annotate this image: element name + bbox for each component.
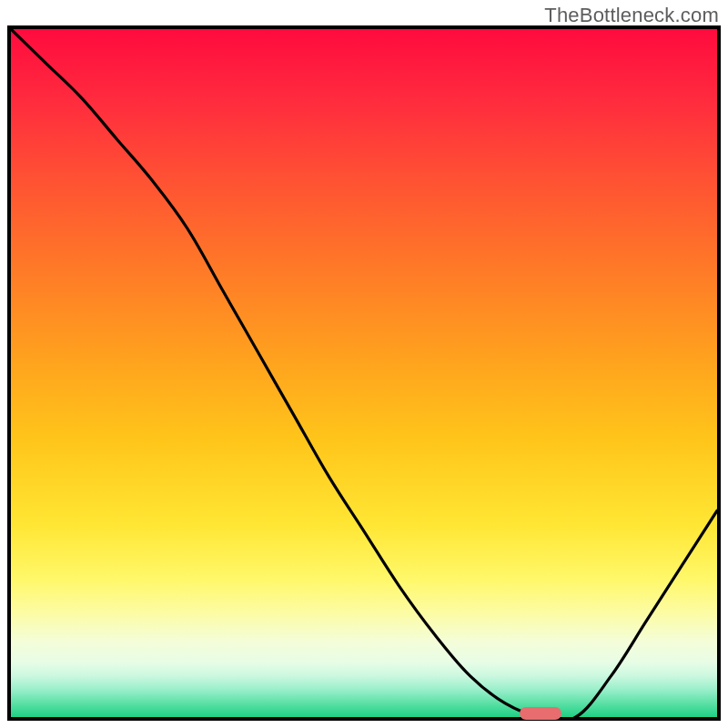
chart-frame (7, 25, 721, 721)
optimal-range-marker (520, 707, 562, 720)
bottleneck-curve (11, 29, 717, 717)
watermark-text: TheBottleneck.com (544, 4, 719, 27)
plot-area (11, 29, 717, 717)
